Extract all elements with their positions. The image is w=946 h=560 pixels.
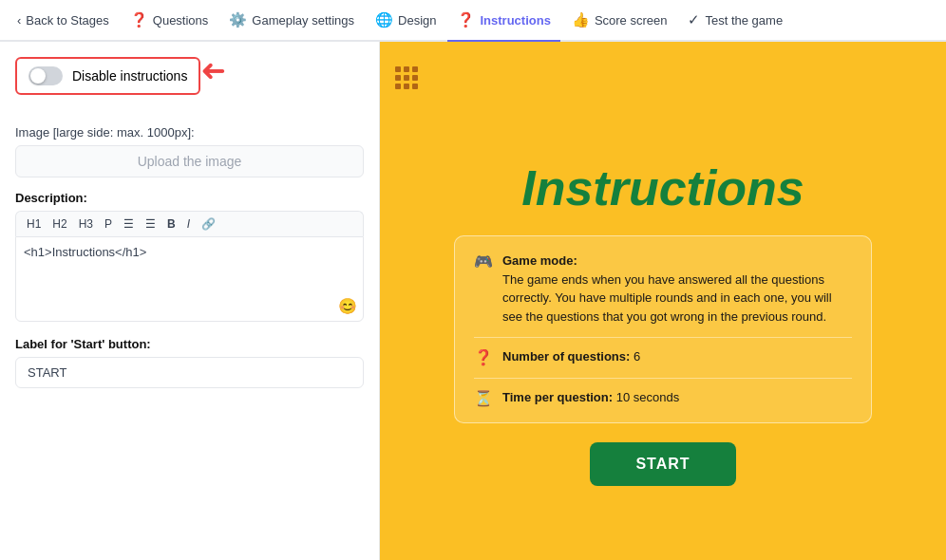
design-icon: 🌐	[375, 11, 393, 28]
toolbar-h2[interactable]: H2	[47, 215, 71, 233]
tab-instructions-label: Instructions	[480, 13, 550, 28]
back-icon: ‹	[17, 13, 21, 28]
game-mode-icon: 🎮	[474, 252, 493, 271]
tab-instructions[interactable]: ❓ Instructions	[447, 0, 559, 42]
editor-body[interactable]: <h1>Instructions</h1> 😊	[15, 236, 364, 322]
toolbar-ol[interactable]: ☰	[141, 215, 161, 233]
editor: H1 H2 H3 P ☰ ☰ B I 🔗 <h1>Instructions</h…	[15, 211, 364, 322]
gameplay-icon: ⚙️	[229, 11, 247, 28]
disable-instructions-toggle-row: Disable instructions	[15, 57, 200, 95]
toggle-label: Disable instructions	[72, 68, 187, 84]
questions-label: Number of questions:	[502, 349, 630, 364]
start-button-label-input[interactable]	[15, 357, 364, 388]
time-label: Time per question:	[502, 390, 613, 404]
preview-panel: Instructions 🎮 Game mode: The game ends …	[380, 42, 946, 560]
editor-content: <h1>Instructions</h1>	[24, 245, 146, 259]
toolbar-p[interactable]: P	[100, 215, 117, 233]
tab-gameplay-label: Gameplay settings	[252, 13, 354, 28]
editor-toolbar: H1 H2 H3 P ☰ ☰ B I 🔗	[15, 211, 364, 236]
arrow-indicator: ➜	[200, 52, 226, 88]
game-mode-description: The game ends when you have answered all…	[502, 272, 832, 324]
start-label-section: Label for 'Start' button:	[15, 337, 364, 388]
emoji-button[interactable]: 😊	[338, 297, 357, 315]
toggle-knob	[30, 68, 46, 84]
upload-image-button[interactable]: Upload the image	[15, 145, 364, 177]
time-value: 10 seconds	[616, 390, 680, 404]
game-mode-label: Game mode:	[502, 253, 577, 268]
tab-score-label: Score screen	[595, 13, 668, 28]
toolbar-link[interactable]: 🔗	[197, 215, 220, 233]
toolbar-h1[interactable]: H1	[22, 215, 46, 233]
toolbar-h3[interactable]: H3	[74, 215, 98, 233]
questions-icon: ❓	[130, 11, 148, 28]
tab-test[interactable]: ✓ Test the game	[678, 0, 792, 42]
time-per-question-row: ⏳ Time per question: 10 seconds	[474, 388, 852, 407]
test-icon: ✓	[688, 11, 700, 28]
questions-value: 6	[634, 349, 640, 364]
disable-instructions-toggle[interactable]	[28, 66, 63, 85]
tab-design-label: Design	[398, 13, 436, 28]
num-questions-text: Number of questions: 6	[502, 347, 640, 366]
preview-title: Instructions	[521, 159, 804, 216]
toolbar-bold[interactable]: B	[162, 215, 180, 233]
tab-questions[interactable]: ❓ Questions	[121, 0, 218, 42]
left-panel: Disable instructions ➜ Image [large side…	[0, 42, 380, 560]
preview-start-button[interactable]: START	[590, 442, 735, 486]
tab-test-label: Test the game	[705, 13, 783, 28]
start-label-title: Label for 'Start' button:	[15, 337, 364, 351]
toolbar-italic[interactable]: I	[182, 215, 195, 233]
dots-grid	[380, 42, 433, 103]
time-text: Time per question: 10 seconds	[502, 388, 679, 407]
num-questions-row: ❓ Number of questions: 6	[474, 347, 852, 366]
time-icon: ⏳	[474, 389, 493, 407]
tab-score[interactable]: 👍 Score screen	[562, 0, 677, 42]
score-icon: 👍	[572, 11, 590, 28]
top-navigation: ‹ Back to Stages ❓ Questions ⚙️ Gameplay…	[0, 0, 946, 42]
back-label: Back to Stages	[26, 13, 108, 28]
info-card: 🎮 Game mode: The game ends when you have…	[454, 235, 872, 423]
questions-count-icon: ❓	[474, 348, 493, 366]
main-layout: Disable instructions ➜ Image [large side…	[0, 42, 946, 560]
description-label: Description:	[15, 191, 364, 205]
back-to-stages-button[interactable]: ‹ Back to Stages	[8, 0, 119, 42]
toolbar-ul[interactable]: ☰	[119, 215, 139, 233]
tab-design[interactable]: 🌐 Design	[366, 0, 445, 42]
tab-questions-label: Questions	[153, 13, 209, 28]
image-label: Image [large side: max. 1000px]:	[15, 125, 364, 140]
game-mode-text: Game mode: The game ends when you have a…	[502, 252, 852, 326]
instructions-icon: ❓	[457, 11, 475, 28]
game-mode-row: 🎮 Game mode: The game ends when you have…	[474, 252, 852, 326]
tab-gameplay[interactable]: ⚙️ Gameplay settings	[219, 0, 364, 42]
